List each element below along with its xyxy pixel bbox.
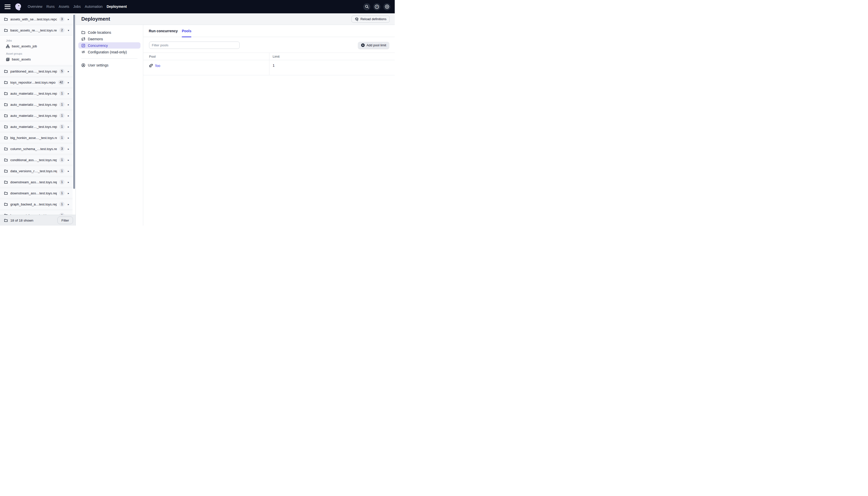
chevron-icon[interactable]: ▸ (67, 203, 70, 206)
chevron-icon[interactable]: ▸ (67, 81, 70, 84)
repo-name: graph_backed_a…test.toys.repo (10, 202, 57, 206)
jobs-section-label: Jobs (6, 39, 73, 42)
filter-button[interactable]: Filter (58, 217, 73, 224)
sidebar-repo-row[interactable]: auto_materializ…_test.toys.repo 1 ▸ (0, 121, 73, 132)
repo-count-badge: 1 (59, 157, 64, 162)
sidebar-repo-row[interactable]: big_honkin_asse…_test.toys.rep 1 ▸ (0, 133, 73, 143)
sidebar-repo-row[interactable]: column_schema_…test.toys.rep 3 ▸ (0, 143, 73, 154)
dagster-app: Overview Runs Assets Jobs Automation Dep… (0, 0, 395, 226)
sidebar-repo-row[interactable]: auto_materializ…_test.toys.repo 1 ▸ (0, 88, 73, 99)
folder-icon (81, 30, 85, 34)
reload-definitions-button[interactable]: Reload definitions (351, 16, 390, 23)
nav-item-jobs[interactable]: Jobs (71, 0, 83, 13)
sidebar-repo-row[interactable]: assets_with_se…test.toys.repo 3 ▸ (0, 14, 73, 25)
repo-count-badge: 1 (59, 113, 64, 118)
repo-count-badge: 1 (59, 168, 64, 173)
subnav-item-daemons[interactable]: Daemons (78, 36, 141, 42)
tab-pools[interactable]: Pools (182, 25, 191, 37)
folder-icon (4, 103, 8, 107)
asset-groups-section-label: Asset groups (6, 52, 73, 55)
column-header-pool: Pool (143, 53, 269, 60)
chevron-icon[interactable]: ▸ (67, 114, 70, 117)
repo-name: auto_materializ…_test.toys.repo (10, 92, 57, 95)
help-button[interactable]: ? (373, 3, 380, 10)
asset-group-name: basic_assets (12, 58, 31, 61)
sidebar-repo-row[interactable]: downstream_ass…test.toys.rep 1 ▸ (0, 177, 73, 187)
subnav-item-code-locations[interactable]: Code locations (78, 29, 141, 35)
repo-name: column_schema_…test.toys.rep (10, 147, 57, 151)
nav-item-assets[interactable]: Assets (57, 0, 71, 13)
chevron-icon[interactable]: ▸ (67, 70, 70, 73)
folder-icon (4, 125, 8, 129)
pool-name-link[interactable]: foo (155, 64, 160, 68)
sidebar-repo-row[interactable]: graph_backed_a…test.toys.repo 1 ▸ (0, 199, 73, 210)
sidebar-repo-row[interactable]: partitioned_ass…_test.toys.rep 5 ▸ (0, 66, 73, 77)
sidebar-job-item[interactable]: basic_assets_job (6, 44, 73, 48)
nav-item-deployment[interactable]: Deployment (105, 0, 129, 13)
sidebar-repo-row[interactable]: auto_materializ…_test.toys.repo 1 ▸ (0, 110, 73, 121)
chevron-icon[interactable]: ▸ (67, 92, 70, 95)
chevron-icon[interactable]: ▸ (67, 137, 70, 139)
subnav-item-user-settings[interactable]: User settings (78, 62, 141, 68)
repo-name: toys_repositor…test.toys.repo (10, 81, 56, 84)
chevron-icon[interactable]: ▸ (67, 18, 70, 21)
sidebar-expanded-panel: Jobs basic_assets_job Asset groups (0, 36, 73, 65)
deployment-panel: Deployment Reload definitions (76, 13, 395, 226)
pools-table: Pool Limit (143, 52, 395, 75)
tab-run-concurrency[interactable]: Run concurrency (149, 25, 178, 37)
nav-item-runs[interactable]: Runs (44, 0, 57, 13)
repo-name: downstream_ass…test.toys.rep (10, 191, 57, 195)
chevron-icon[interactable]: ▸ (67, 148, 70, 150)
subnav-item-configuration[interactable]: Configuration (read-only) (78, 49, 141, 55)
repo-count-badge: 3 (59, 146, 64, 151)
sidebar-repo-row[interactable]: data_versions_r…_test.toys.rep 1 ▸ (0, 166, 73, 176)
top-navigation-bar: Overview Runs Assets Jobs Automation Dep… (0, 0, 395, 13)
concurrency-icon (81, 44, 85, 48)
page-header: Deployment Reload definitions (76, 13, 395, 25)
nav-item-automation[interactable]: Automation (83, 0, 105, 13)
repo-count-badge: 42 (58, 80, 64, 85)
reload-cube-icon (355, 17, 359, 21)
subnav-label: Concurrency (88, 44, 108, 48)
repo-count-badge: 1 (59, 180, 64, 185)
chevron-icon[interactable]: ▸ (67, 192, 70, 195)
sidebar-repo-row[interactable]: downstream_ass…test.toys.rep 1 ▸ (0, 188, 73, 198)
nav-item-overview[interactable]: Overview (26, 0, 44, 13)
sidebar-repo-row[interactable]: basic_assets_re…_test.toys.rep 2 ▾ (0, 25, 73, 35)
pool-layers-icon (149, 63, 153, 68)
dagster-logo-icon[interactable] (14, 3, 22, 11)
hamburger-menu-icon[interactable] (4, 4, 11, 9)
subnav-item-concurrency[interactable]: Concurrency (78, 42, 141, 49)
repo-name: auto_materializ…_test.toys.repo (10, 114, 57, 118)
settings-button[interactable] (383, 3, 391, 10)
pool-limit-value: 1 (273, 63, 275, 67)
chevron-icon[interactable]: ▾ (67, 29, 70, 32)
sidebar-scrollbar[interactable] (73, 15, 75, 189)
sidebar-repo-row[interactable]: conditional_ass…_test.toys.repo 1 ▸ (0, 155, 73, 165)
folder-icon (4, 29, 8, 32)
chevron-icon[interactable]: ▸ (67, 181, 70, 184)
add-pool-limit-button[interactable]: Add pool limit (358, 42, 389, 49)
repo-name: auto_materializ…_test.toys.repo (10, 125, 57, 129)
chevron-icon[interactable]: ▸ (67, 125, 70, 128)
sidebar-repo-row[interactable]: auto_materializ…_test.toys.repo 1 ▸ (0, 99, 73, 110)
add-pool-limit-label: Add pool limit (366, 43, 386, 47)
repo-count-badge: 3 (59, 17, 64, 22)
user-icon (81, 63, 85, 67)
sidebar-asset-group-item[interactable]: basic_assets (6, 58, 73, 61)
chevron-icon[interactable]: ▸ (67, 170, 70, 172)
sidebar-repo-row[interactable]: long_asset_keys…test.toys.rep 1 ▸ (0, 210, 73, 215)
filter-pools-input[interactable] (149, 42, 240, 49)
repo-count-badge: 2 (59, 28, 64, 33)
search-button[interactable] (363, 3, 370, 10)
sidebar-repo-row[interactable]: toys_repositor…test.toys.repo 42 ▸ (0, 77, 73, 88)
search-icon (365, 4, 369, 9)
chevron-icon[interactable]: ▸ (67, 103, 70, 106)
pool-link[interactable]: foo (149, 63, 160, 68)
sidebar-footer: 18 of 18 shown Filter (0, 215, 76, 226)
gear-icon (385, 4, 389, 9)
folder-icon (4, 191, 8, 195)
folder-icon (4, 92, 8, 95)
subnav-label: Code locations (88, 30, 111, 34)
chevron-icon[interactable]: ▸ (67, 159, 70, 161)
